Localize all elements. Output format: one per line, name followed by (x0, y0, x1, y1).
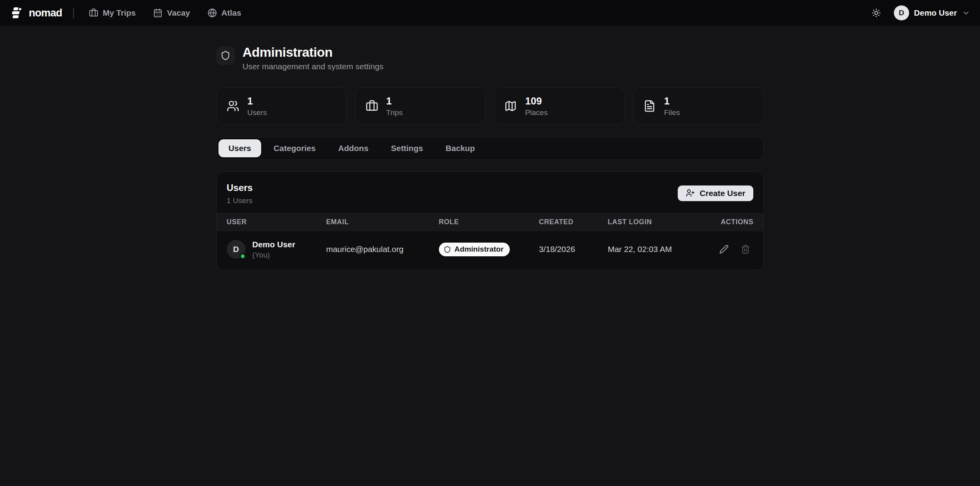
create-user-label: Create User (700, 189, 745, 198)
stat-text: 1 Files (664, 95, 680, 117)
nav-item-my-trips[interactable]: My Trips (83, 4, 142, 21)
globe-icon (208, 8, 217, 18)
avatar: D (894, 5, 909, 20)
users-panel-header: Users 1 Users Create User (217, 172, 763, 213)
role-cell: Administrator (439, 243, 539, 256)
stat-text: 1 Trips (386, 95, 402, 117)
nav-item-label: My Trips (103, 8, 135, 18)
page-header: Administration User management and syste… (216, 45, 764, 71)
row-email: maurice@pakulat.org (326, 245, 439, 254)
stat-card-places: 109 Places (494, 87, 625, 125)
stat-value: 1 (386, 95, 402, 107)
nav-item-label: Vacay (167, 8, 190, 18)
stat-label: Trips (386, 108, 402, 117)
page-header-text: Administration User management and syste… (242, 45, 383, 71)
tab-backup[interactable]: Backup (435, 139, 485, 157)
row-created: 3/18/2026 (539, 245, 608, 254)
nav-item-vacay[interactable]: Vacay (147, 4, 196, 21)
briefcase-icon (89, 8, 98, 18)
edit-user-button[interactable] (716, 241, 732, 258)
user-name-block: Demo User (You) (252, 239, 295, 259)
main-content: Administration User management and syste… (216, 26, 764, 270)
trash-icon (741, 245, 750, 254)
stat-card-files: 1 Files (633, 87, 764, 125)
delete-user-button[interactable] (737, 241, 754, 258)
row-actions (702, 241, 753, 258)
stat-value: 1 (247, 95, 267, 107)
stat-card-users: 1 Users (216, 87, 347, 125)
row-you-label: (You) (252, 251, 295, 259)
map-icon (504, 100, 517, 112)
tab-settings[interactable]: Settings (381, 139, 433, 157)
stat-label: Users (247, 108, 267, 117)
nav-links: My Trips Vacay Atlas (83, 4, 247, 21)
theme-toggle-button[interactable] (868, 4, 885, 22)
row-last-login: Mar 22, 02:03 AM (608, 245, 702, 254)
app-root: nomad My Trips Vacay Atlas (0, 0, 980, 486)
role-label: Administrator (455, 245, 504, 254)
tab-users[interactable]: Users (218, 139, 261, 157)
calendar-icon (153, 8, 162, 18)
edit-icon (719, 245, 729, 254)
user-plus-icon (686, 189, 695, 197)
users-panel: Users 1 Users Create User USER EMAIL ROL… (216, 171, 764, 271)
sun-icon (872, 8, 881, 18)
brand-logo[interactable]: nomad (10, 6, 62, 20)
users-icon (227, 100, 239, 112)
table-header: USER EMAIL ROLE CREATED LAST LOGIN ACTIO… (217, 213, 763, 231)
nav-right: D Demo User (868, 4, 970, 22)
nav-separator (73, 8, 74, 18)
col-role: ROLE (439, 218, 539, 226)
col-email: EMAIL (326, 218, 439, 226)
tab-addons[interactable]: Addons (328, 139, 378, 157)
chevron-down-icon (962, 9, 970, 17)
briefcase-icon (366, 100, 378, 112)
table-row: D Demo User (You) maurice@pakulat.org Ad (217, 231, 763, 270)
user-name: Demo User (914, 8, 957, 18)
top-nav: nomad My Trips Vacay Atlas (0, 0, 980, 26)
user-cell: D Demo User (You) (227, 239, 326, 259)
page-subtitle: User management and system settings (242, 62, 383, 71)
role-badge: Administrator (439, 243, 510, 256)
stat-label: Places (525, 108, 548, 117)
tab-categories[interactable]: Categories (263, 139, 325, 157)
stats-row: 1 Users 1 Trips 109 Places (216, 87, 764, 125)
stat-card-trips: 1 Trips (355, 87, 486, 125)
stat-value: 109 (525, 95, 548, 107)
nav-item-label: Atlas (221, 8, 241, 18)
page-title: Administration (242, 45, 383, 60)
users-panel-titles: Users 1 Users (227, 182, 253, 205)
online-status-dot (240, 253, 246, 259)
col-user: USER (227, 218, 326, 226)
stat-value: 1 (664, 95, 680, 107)
panel-title: Users (227, 182, 253, 193)
shield-icon (444, 246, 451, 253)
col-last-login: LAST LOGIN (608, 218, 702, 226)
file-text-icon (643, 100, 656, 112)
avatar: D (227, 240, 245, 259)
col-created: CREATED (539, 218, 608, 226)
nav-item-atlas[interactable]: Atlas (201, 4, 247, 21)
shield-icon (216, 46, 235, 65)
nomad-logo-icon (10, 6, 24, 20)
stat-label: Files (664, 108, 680, 117)
stat-text: 109 Places (525, 95, 548, 117)
stat-text: 1 Users (247, 95, 267, 117)
brand-name: nomad (29, 7, 62, 19)
col-actions: ACTIONS (702, 218, 753, 226)
row-user-name: Demo User (252, 239, 295, 250)
user-menu[interactable]: D Demo User (894, 5, 970, 20)
create-user-button[interactable]: Create User (678, 185, 753, 201)
admin-tabs: Users Categories Addons Settings Backup (216, 137, 764, 160)
panel-subtitle: 1 Users (227, 196, 253, 205)
